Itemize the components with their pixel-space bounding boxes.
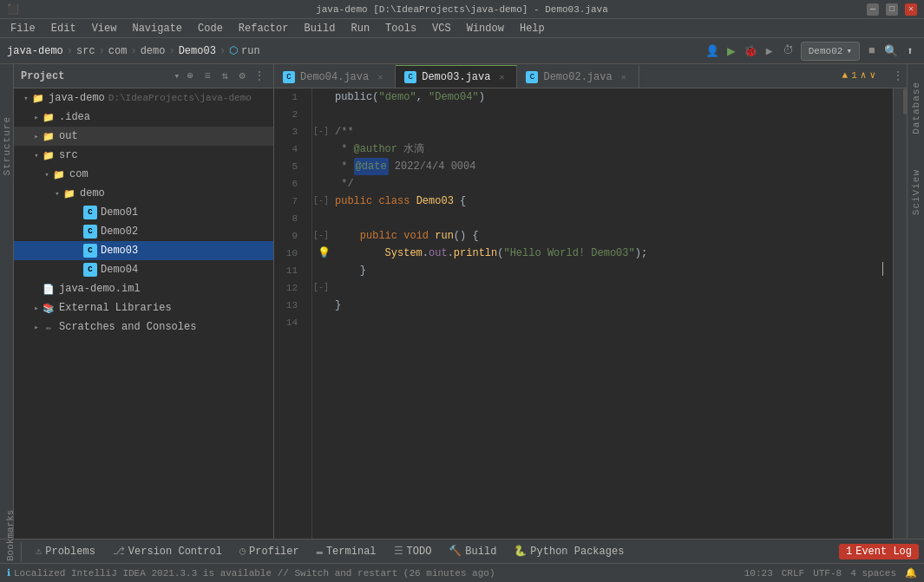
tree-label-out: out <box>59 130 78 142</box>
tree-item-out[interactable]: ▸ 📁 out <box>14 127 273 146</box>
tree-more[interactable]: ⋮ <box>252 69 266 83</box>
line-num-14: 14 <box>274 314 305 331</box>
profiler-button[interactable]: ◷ Profiler <box>233 543 306 559</box>
tree-label-java-demo: java-demo <box>49 92 105 104</box>
run-button[interactable]: ▶ <box>724 44 738 58</box>
stop-button[interactable]: ■ <box>865 44 879 58</box>
warning-nav-up[interactable]: ∧ <box>861 69 867 81</box>
bc-class[interactable]: Demo03 <box>179 45 216 57</box>
event-log-button[interactable]: 1 Event Log <box>839 544 919 559</box>
encoding[interactable]: UTF-8 <box>813 568 842 579</box>
tree-sort[interactable]: ⇅ <box>218 69 232 83</box>
version-control-button[interactable]: ⎇ Version Control <box>106 543 229 559</box>
fold-icon-9[interactable]: [-] <box>313 227 329 245</box>
tree-item-com[interactable]: ▾ 📁 com <box>14 165 273 184</box>
platform-icon: 🔔 <box>905 567 917 579</box>
todo-button[interactable]: ☰ TODO <box>387 543 439 559</box>
tree-item-demo01[interactable]: C Demo01 <box>14 203 273 222</box>
tab-label-demo04: Demo04.java <box>300 71 369 83</box>
locate-in-tree[interactable]: ⊕ <box>183 69 197 83</box>
indent-info[interactable]: 4 spaces <box>850 568 896 579</box>
minimize-button[interactable]: — <box>867 3 879 16</box>
sciview-panel-label[interactable]: SciView <box>911 169 921 215</box>
tab-close-demo03[interactable]: ✕ <box>495 71 508 83</box>
tab-close-demo02[interactable]: ✕ <box>618 71 630 83</box>
menu-item-help[interactable]: Help <box>513 21 552 36</box>
terminal-button[interactable]: ▬ Terminal <box>310 544 383 559</box>
tree-item-demo[interactable]: ▾ 📁 demo <box>14 184 273 203</box>
search-everywhere[interactable]: 🔍 <box>884 44 898 58</box>
problems-label: Problems <box>45 546 95 558</box>
menu-item-edit[interactable]: Edit <box>44 21 83 36</box>
menu-item-run[interactable]: Run <box>344 21 377 36</box>
menu-item-vcs[interactable]: VCS <box>425 21 458 36</box>
tree-label-demo: demo <box>80 187 105 199</box>
menu-item-refactor[interactable]: Refactor <box>232 21 296 36</box>
tab-demo04[interactable]: C Demo04.java ✕ <box>274 65 396 88</box>
python-packages-button[interactable]: 🐍 Python Packages <box>507 543 631 559</box>
tab-overflow[interactable]: ⋮ <box>893 69 903 82</box>
editor-scrollbar[interactable] <box>893 88 907 539</box>
bc-root[interactable]: java-demo <box>7 45 63 57</box>
tree-item-demo02[interactable]: C Demo02 <box>14 222 273 241</box>
folder-icon-demo: 📁 <box>62 186 76 200</box>
scroll-thumb[interactable] <box>903 88 907 114</box>
warning-count: 1 <box>851 70 857 81</box>
bulb-icon[interactable]: 💡 <box>318 245 331 262</box>
tree-item-ext-libs[interactable]: ▸ 📚 External Libraries <box>14 298 273 317</box>
bookmarks-label[interactable]: Bookmarks <box>5 542 16 561</box>
problems-button[interactable]: ⚠ Problems <box>29 543 102 559</box>
line-num-8: 8 <box>274 210 305 227</box>
run-config-label: Demo02 <box>809 46 843 56</box>
cursor-position[interactable]: 10:23 <box>744 568 773 579</box>
tab-demo02[interactable]: C Demo02.java ✕ <box>517 65 639 88</box>
menu-item-tools[interactable]: Tools <box>378 21 423 36</box>
collapse-all[interactable]: ≡ <box>200 69 214 83</box>
tree-item-iml[interactable]: 📄 java-demo.iml <box>14 279 273 298</box>
database-panel-label[interactable]: Database <box>911 82 921 134</box>
debug-button[interactable]: 🐞 <box>744 44 757 58</box>
tree-item-idea[interactable]: ▸ 📁 .idea <box>14 108 273 127</box>
tree-item-demo03[interactable]: C Demo03 <box>14 241 273 260</box>
close-button[interactable]: ✕ <box>905 3 917 16</box>
profile-icon[interactable]: 👤 <box>705 44 719 58</box>
maximize-button[interactable]: □ <box>886 3 898 16</box>
menu-item-file[interactable]: File <box>3 21 43 36</box>
tree-settings[interactable]: ⚙ <box>235 69 249 83</box>
tree-item-src[interactable]: ▾ 📁 src <box>14 146 273 165</box>
menu-item-build[interactable]: Build <box>297 21 342 36</box>
warning-nav-down[interactable]: ∨ <box>869 69 875 81</box>
project-title-arrow[interactable]: ▾ <box>174 70 180 82</box>
sep3: › <box>130 45 136 57</box>
tab-demo03[interactable]: C Demo03.java ✕ <box>396 65 517 88</box>
tree-item-java-demo[interactable]: ▾ 📁 java-demo D:\IdeaProjects\java-demo <box>14 88 273 108</box>
run-with-coverage[interactable]: ▶ <box>763 44 777 58</box>
code-line-5: * @date 2022/4/4 0004 <box>335 158 884 175</box>
bc-method-name[interactable]: run <box>241 45 260 57</box>
bc-demo[interactable]: demo <box>141 45 166 57</box>
bc-method[interactable]: ⬡ <box>229 44 238 57</box>
menu-item-code[interactable]: Code <box>191 21 230 36</box>
fold-icon-3[interactable]: [-] <box>313 123 329 141</box>
fold-icon-7[interactable]: [-] <box>313 193 329 210</box>
menu-item-navigate[interactable]: Navigate <box>125 21 189 36</box>
window-controls[interactable]: — □ ✕ <box>867 3 917 16</box>
menu-item-window[interactable]: Window <box>460 21 511 36</box>
fold-icon-11[interactable]: [-] <box>313 279 329 297</box>
update-button[interactable]: ⬆ <box>903 44 917 58</box>
code-content[interactable]: [-] [-] [-] [-] public("demo", "Demo04")… <box>312 88 893 539</box>
tab-close-demo04[interactable]: ✕ <box>374 71 386 83</box>
tree-item-scratches[interactable]: ▸ ✏ Scratches and Consoles <box>14 317 273 337</box>
bc-src[interactable]: src <box>76 45 95 57</box>
line-num-4: 4 <box>274 141 305 158</box>
attach-profiler[interactable]: ⏱ <box>782 44 796 58</box>
menu-item-view[interactable]: View <box>85 21 124 36</box>
bc-com[interactable]: com <box>108 45 128 57</box>
status-message[interactable]: Localized IntelliJ IDEA 2021.3.3 is avai… <box>14 568 495 579</box>
run-config-dropdown[interactable]: Demo02 ▾ <box>801 42 860 61</box>
code-editor[interactable]: 1 2 3 4 5 6 7 8 9 10 11 12 13 14 [- <box>274 88 907 539</box>
line-ending[interactable]: CRLF <box>782 568 804 579</box>
tree-item-demo04[interactable]: C Demo04 <box>14 260 273 279</box>
build-button[interactable]: 🔨 Build <box>442 543 503 559</box>
structure-panel-label[interactable]: Structure <box>2 116 12 175</box>
